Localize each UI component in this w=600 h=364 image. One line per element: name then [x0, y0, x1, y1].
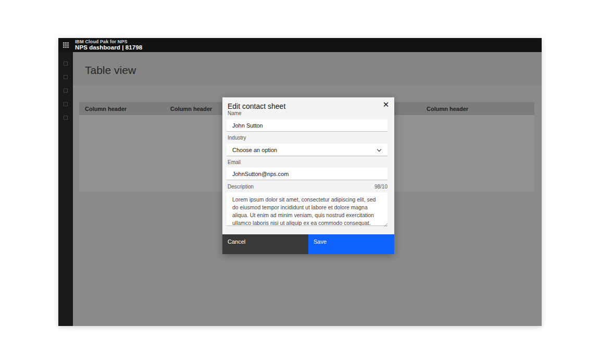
- sidebar-item-5[interactable]: [64, 116, 68, 120]
- cancel-button[interactable]: Cancel: [222, 234, 308, 254]
- square-placeholder-icon: [64, 89, 68, 93]
- email-input[interactable]: [227, 168, 388, 180]
- modal-close-button[interactable]: ✕: [380, 98, 392, 110]
- sidebar-item-3[interactable]: [64, 89, 68, 93]
- column-header-filler: [506, 102, 534, 115]
- header-titles: IBM Cloud Pak for NPS NPS dashboard | 81…: [75, 39, 142, 52]
- industry-dropdown[interactable]: Choose an option: [227, 144, 388, 156]
- page-banner: Table view: [73, 52, 542, 85]
- description-textarea[interactable]: Lorem ipsum dolor sit amet, consectetur …: [227, 192, 388, 226]
- description-label: Description: [228, 184, 254, 190]
- modal-title: Edit contact sheet: [228, 102, 285, 110]
- name-input[interactable]: [227, 119, 388, 132]
- app-header-bar: IBM Cloud Pak for NPS NPS dashboard | 81…: [58, 38, 542, 52]
- dashboard-title-text: NPS dashboard | 81798: [75, 44, 142, 51]
- column-header-5: Column header: [421, 102, 506, 115]
- square-placeholder-icon: [64, 61, 68, 66]
- close-icon: ✕: [383, 101, 390, 108]
- app-switcher-icon: [63, 42, 69, 48]
- sidebar-item-4[interactable]: [64, 102, 68, 106]
- resize-handle-icon[interactable]: [383, 222, 388, 227]
- industry-label: Industry: [228, 135, 246, 141]
- name-label: Name: [228, 110, 242, 116]
- page-title: Table view: [85, 64, 136, 77]
- screenshot-canvas: IBM Cloud Pak for NPS NPS dashboard | 81…: [0, 0, 600, 364]
- sidebar-item-2[interactable]: [64, 75, 68, 79]
- square-placeholder-icon: [64, 75, 68, 79]
- app-switcher-button[interactable]: [58, 38, 73, 52]
- square-placeholder-icon: [64, 102, 68, 106]
- column-header-1: Column header: [79, 102, 165, 115]
- left-nav-rail: [58, 52, 73, 326]
- app-name-text: IBM Cloud Pak for NPS: [75, 39, 142, 44]
- industry-selected-value: Choose an option: [232, 147, 277, 153]
- chevron-down-icon: [377, 147, 381, 152]
- description-char-counter: 98/10: [374, 184, 388, 190]
- edit-contact-sheet-modal: Edit contact sheet ✕ Name Industry Choos…: [222, 97, 394, 254]
- sidebar-item-1[interactable]: [64, 61, 68, 66]
- email-label: Email: [228, 159, 241, 165]
- save-button[interactable]: Save: [308, 234, 394, 254]
- modal-footer: Cancel Save: [222, 234, 394, 254]
- square-placeholder-icon: [64, 116, 68, 120]
